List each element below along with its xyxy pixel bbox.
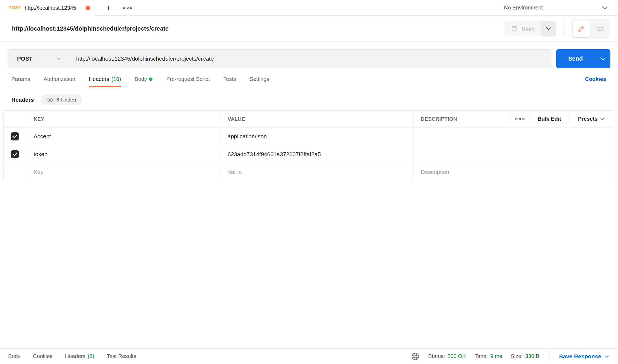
body-modified-dot-icon	[149, 77, 153, 81]
send-options-button[interactable]	[595, 49, 610, 68]
request-tabs: Params Authorization Headers (10) Body P…	[0, 68, 618, 90]
table-row: token 623add7314f94661a372607f2ffaf2a5	[4, 145, 614, 163]
check-icon	[12, 135, 17, 138]
save-button[interactable]: Save	[504, 21, 541, 37]
time-label: Time:	[474, 353, 488, 359]
time-value: 9 ms	[490, 353, 502, 359]
header-description-field[interactable]	[413, 145, 614, 163]
rename-request-button[interactable]	[573, 20, 590, 37]
divider	[549, 351, 549, 362]
save-button-label: Save	[522, 25, 535, 32]
size-value: 330 B	[525, 353, 539, 359]
header-value-field[interactable]: 623add7314f94661a372607f2ffaf2a5	[220, 145, 413, 163]
column-header-key: KEY	[26, 111, 220, 127]
method-selected-label: POST	[17, 55, 33, 62]
row-checkbox-cell	[4, 163, 26, 181]
tab-bar: POST http://localhost:12345 + No Environ…	[0, 0, 618, 16]
tab-headers[interactable]: Headers (10)	[89, 74, 121, 84]
eye-icon	[46, 97, 53, 102]
row-checkbox-cell	[4, 145, 26, 163]
header-key-field[interactable]: Accept	[26, 127, 220, 145]
header-key-placeholder[interactable]: Key	[26, 163, 220, 181]
tab-body[interactable]: Body	[135, 74, 153, 84]
status-stat: Status: 200 OK	[428, 353, 466, 359]
headers-count: (10)	[111, 76, 121, 82]
table-row-empty: Key Value Description	[4, 163, 614, 181]
tab-method-label: POST	[8, 5, 21, 11]
response-tab-cookies[interactable]: Cookies	[33, 353, 53, 359]
save-options-button[interactable]	[541, 21, 556, 37]
chevron-down-icon	[600, 57, 606, 61]
comments-button[interactable]	[591, 20, 608, 37]
tab-settings[interactable]: Settings	[250, 74, 269, 84]
table-row: Accept application/json	[4, 127, 614, 145]
headers-table: KEY VALUE DESCRIPTION Bulk Edit Presets …	[3, 110, 614, 181]
request-tab[interactable]: POST http://localhost:12345	[0, 0, 95, 16]
environment-selected-label: No Environment	[504, 5, 543, 11]
row-checkbox-checked[interactable]	[11, 150, 19, 158]
header-key-field[interactable]: token	[26, 145, 220, 163]
tab-authorization[interactable]: Authorization	[44, 74, 75, 84]
presets-label: Presets	[578, 116, 597, 122]
edit-icon-group	[571, 19, 610, 39]
size-label: Size:	[511, 353, 523, 359]
response-meta: Status: 200 OK Time: 9 ms Size: 330 B Sa…	[411, 351, 609, 362]
request-title-row: http://localhost:12345/dolphinscheduler/…	[0, 16, 618, 42]
tab-title: http://localhost:12345	[25, 5, 82, 11]
request-title: http://localhost:12345/dolphinscheduler/…	[12, 25, 504, 32]
method-url-field: POST	[8, 49, 551, 68]
presets-dropdown[interactable]: Presets	[569, 111, 614, 127]
check-icon	[12, 152, 17, 156]
environment-selector[interactable]: No Environment	[494, 0, 618, 15]
url-input[interactable]	[69, 55, 551, 62]
comment-icon	[596, 25, 604, 33]
method-selector[interactable]: POST	[8, 50, 69, 68]
chevron-down-icon	[604, 355, 609, 358]
cookies-link[interactable]: Cookies	[585, 76, 606, 82]
row-checkbox-cell	[4, 127, 26, 145]
add-tab-button[interactable]: +	[102, 3, 115, 12]
chevron-down-icon	[600, 117, 605, 120]
status-value: 200 OK	[448, 353, 466, 359]
column-header-description: DESCRIPTION	[413, 111, 510, 127]
chevron-down-icon	[602, 6, 608, 10]
tab-tests[interactable]: Tests	[224, 74, 236, 84]
tab-options-icon[interactable]	[123, 7, 132, 9]
send-button-group: Send	[556, 49, 610, 68]
time-stat: Time: 9 ms	[474, 353, 502, 359]
chevron-down-icon	[56, 57, 61, 60]
request-bar: POST Send	[8, 49, 610, 68]
column-options-button[interactable]	[510, 111, 530, 127]
headers-section-header: Headers 8 hidden	[0, 91, 618, 108]
column-header-value: VALUE	[220, 111, 413, 127]
hidden-headers-toggle[interactable]: 8 hidden	[40, 94, 82, 105]
pencil-icon	[577, 25, 585, 33]
header-value-placeholder[interactable]: Value	[220, 163, 413, 181]
headers-section-title: Headers	[11, 97, 34, 103]
unsaved-changes-dot-icon	[86, 6, 90, 10]
status-label: Status:	[428, 353, 445, 359]
header-value-field[interactable]: application/json	[220, 127, 413, 145]
response-status-bar: Body Cookies Headers (8) Test Results St…	[0, 348, 618, 364]
response-tab-body[interactable]: Body	[8, 353, 21, 359]
send-button[interactable]: Send	[556, 49, 595, 68]
header-description-field[interactable]	[413, 127, 614, 145]
header-description-placeholder[interactable]: Description	[413, 163, 614, 181]
bulk-edit-button[interactable]: Bulk Edit	[530, 111, 569, 127]
size-stat: Size: 330 B	[511, 353, 539, 359]
divider	[564, 21, 564, 36]
floppy-disk-icon	[511, 25, 518, 32]
tab-pre-request-script[interactable]: Pre-request Script	[166, 74, 210, 84]
save-response-button[interactable]: Save Response	[559, 353, 609, 360]
response-headers-count: (8)	[88, 353, 94, 359]
tab-bar-rest: + No Environment	[95, 0, 618, 16]
table-header-row: KEY VALUE DESCRIPTION Bulk Edit Presets	[4, 111, 614, 127]
three-dots-icon	[510, 118, 530, 120]
save-response-label: Save Response	[559, 353, 601, 360]
globe-icon[interactable]	[411, 352, 419, 360]
row-checkbox-checked[interactable]	[11, 132, 19, 140]
tab-params[interactable]: Params	[11, 74, 30, 84]
response-tab-headers[interactable]: Headers (8)	[65, 353, 94, 359]
response-tab-test-results[interactable]: Test Results	[107, 353, 136, 359]
select-all-cell[interactable]	[4, 111, 26, 127]
